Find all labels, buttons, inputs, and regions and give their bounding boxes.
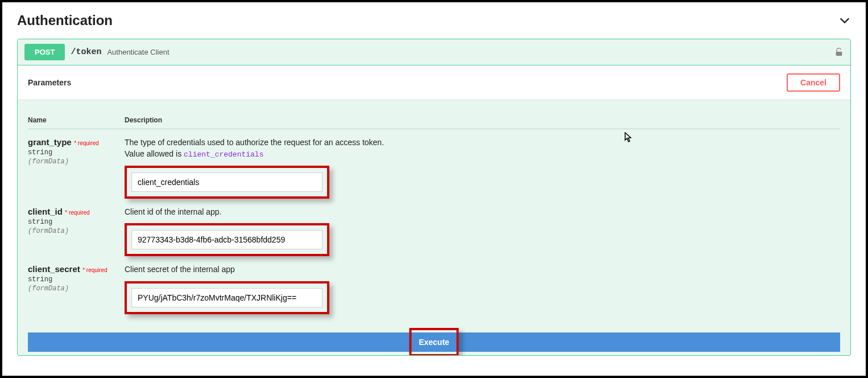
- param-type: string: [28, 276, 125, 284]
- endpoint-summary: Authenticate Client: [107, 48, 169, 56]
- required-marker: * required: [74, 140, 98, 146]
- required-marker: * required: [82, 267, 107, 273]
- param-desc-block: The type of credentials used to authoriz…: [125, 137, 840, 199]
- param-name: client_secret: [28, 264, 80, 274]
- highlighted-input-wrap: [125, 223, 329, 256]
- endpoint-path: /token: [71, 47, 101, 57]
- svg-rect-0: [836, 51, 842, 55]
- section-title: Authentication: [17, 13, 113, 28]
- method-badge: POST: [24, 44, 65, 60]
- param-type: string: [28, 218, 125, 226]
- param-desc-block: Client secret of the internal app: [125, 264, 840, 314]
- param-row-client-secret: client_secret * required string (formDat…: [28, 256, 840, 314]
- highlighted-input-wrap: [125, 281, 329, 314]
- execute-button-wrap: Execute: [18, 320, 850, 355]
- param-name-block: client_secret * required string (formDat…: [28, 264, 125, 293]
- parameters-table: Name Description grant_type * required s…: [18, 100, 850, 320]
- grant-type-input[interactable]: [131, 172, 323, 192]
- required-marker: * required: [65, 209, 89, 216]
- chevron-down-icon[interactable]: [838, 14, 851, 27]
- param-in: (formData): [28, 227, 125, 235]
- cancel-button[interactable]: Cancel: [787, 73, 840, 92]
- param-name-block: client_id * required string (formData): [28, 207, 125, 235]
- execute-button[interactable]: Execute: [28, 332, 840, 352]
- endpoint-header[interactable]: POST /token Authenticate Client: [18, 39, 850, 65]
- parameters-bar: Parameters Cancel: [18, 65, 850, 100]
- param-name: grant_type: [28, 137, 72, 147]
- endpoint-block: POST /token Authenticate Client Paramete…: [17, 39, 851, 356]
- table-header-row: Name Description: [28, 106, 840, 129]
- column-header-name: Name: [28, 116, 125, 124]
- parameters-label: Parameters: [28, 78, 71, 87]
- client-id-input[interactable]: [131, 230, 323, 249]
- param-description: Client id of the internal app.: [125, 207, 840, 218]
- param-row-client-id: client_id * required string (formData) C…: [28, 199, 840, 257]
- section-header: Authentication: [17, 13, 851, 28]
- param-row-grant-type: grant_type * required string (formData) …: [28, 129, 840, 199]
- param-in: (formData): [28, 158, 125, 166]
- param-type: string: [28, 149, 125, 157]
- highlighted-input-wrap: [125, 166, 329, 199]
- inline-code: client_credentials: [184, 150, 263, 159]
- client-secret-input[interactable]: [131, 288, 323, 307]
- param-desc-block: Client id of the internal app.: [125, 207, 840, 257]
- param-description-line1: The type of credentials used to authoriz…: [125, 137, 840, 149]
- param-description: Client secret of the internal app: [125, 264, 840, 276]
- param-name: client_id: [28, 207, 63, 216]
- param-description-line2: Value allowed is client_credentials: [125, 149, 840, 160]
- param-in: (formData): [28, 285, 125, 293]
- param-name-block: grant_type * required string (formData): [28, 137, 125, 166]
- execute-button-label: Execute: [419, 338, 449, 347]
- unlock-icon[interactable]: [834, 47, 844, 57]
- desc-prefix: Value allowed is: [125, 149, 184, 158]
- column-header-description: Description: [125, 116, 840, 124]
